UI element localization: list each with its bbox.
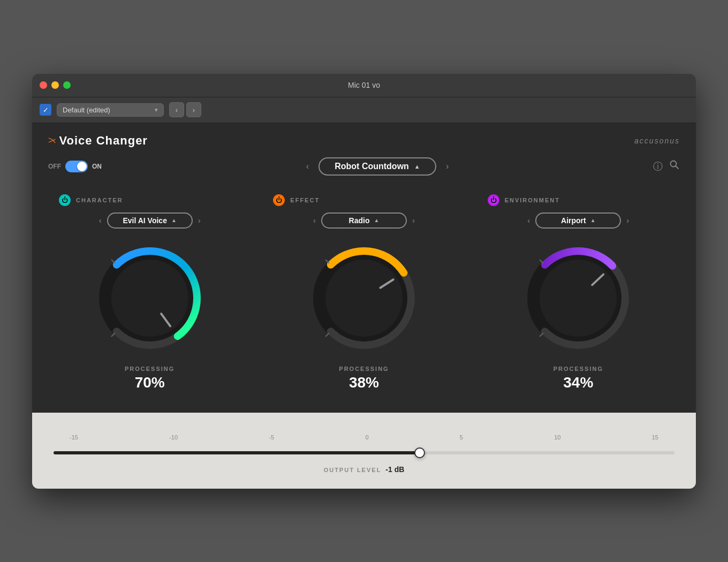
environment-next[interactable]: › [626, 216, 629, 225]
character-processing-label: PROCESSING [125, 366, 175, 372]
preset-row: OFF ON ‹ Robot Countdown ▲ › ⓘ [32, 153, 696, 184]
character-selector-row: ‹ Evil AI Voice ▲ › [99, 212, 201, 229]
next-arrow-button[interactable]: › [186, 102, 201, 117]
character-selector-name: Evil AI Voice [123, 216, 166, 225]
output-level-label: OUTPUT LEVEL [324, 467, 382, 473]
effect-selector-button[interactable]: Radio ▲ [321, 212, 407, 229]
output-level-slider[interactable] [414, 447, 425, 458]
environment-panel: ⏻ ENVIRONMENT ‹ Airport ▲ › PROCESSING 3… [472, 189, 685, 397]
window-title: Mic 01 vo [348, 81, 380, 89]
nav-arrows: ‹ › [169, 102, 201, 117]
effect-power-icon[interactable]: ⏻ [273, 194, 285, 206]
environment-selector-button[interactable]: Airport ▲ [535, 212, 621, 229]
traffic-lights [40, 81, 71, 89]
maximize-button[interactable] [63, 81, 71, 89]
effect-label: EFFECT [290, 197, 320, 203]
character-next[interactable]: › [198, 216, 201, 225]
effect-next[interactable]: › [412, 216, 415, 225]
svg-line-1 [676, 166, 679, 169]
slider-filled-track [54, 451, 420, 454]
preset-next-button[interactable]: › [444, 160, 451, 173]
minimize-button[interactable] [51, 81, 59, 89]
character-header: ⏻ CHARACTER [54, 194, 123, 206]
character-label: CHARACTER [76, 197, 123, 203]
toggle-off-label: OFF [48, 163, 61, 170]
plugin-header: >‹ Voice Changer accusonus [32, 123, 696, 153]
environment-label: ENVIRONMENT [505, 197, 560, 203]
environment-knob[interactable] [519, 239, 637, 357]
effect-prev[interactable]: ‹ [313, 216, 316, 225]
output-label-row: OUTPUT LEVEL -1 dB [54, 465, 674, 474]
environment-prev[interactable]: ‹ [527, 216, 530, 225]
toolbar: ✓ Default (edited) ▾ ‹ › [32, 97, 696, 123]
preset-name: Default (edited) [63, 106, 110, 114]
preset-dropdown[interactable]: Default (edited) ▾ [57, 103, 164, 117]
environment-selector-name: Airport [561, 216, 586, 225]
output-level-value: -1 dB [385, 465, 404, 474]
prev-arrow-button[interactable]: ‹ [169, 102, 184, 117]
preset-icons: ⓘ [653, 160, 680, 173]
main-window: Mic 01 vo ✓ Default (edited) ▾ ‹ › >‹ Vo… [32, 74, 696, 489]
info-icon[interactable]: ⓘ [653, 160, 663, 173]
toggle-knob [77, 162, 87, 171]
character-knob[interactable] [91, 239, 209, 357]
output-section: -15 -10 -5 0 5 10 15 OUTPUT LEVEL -1 dB [32, 413, 696, 489]
power-toggle[interactable] [65, 161, 88, 172]
search-icon[interactable] [669, 160, 680, 173]
dropdown-arrow-icon: ▾ [155, 107, 158, 113]
effect-processing-value: 38% [349, 374, 379, 391]
toggle-container: OFF ON [48, 161, 102, 172]
toggle-on-label: ON [92, 163, 102, 170]
character-dropdown-tri: ▲ [171, 217, 177, 223]
plugin-title: Voice Changer [59, 134, 148, 148]
enable-checkbox[interactable]: ✓ [40, 104, 51, 116]
plugin-title-area: >‹ Voice Changer [48, 134, 148, 148]
effect-dropdown-tri: ▲ [374, 217, 379, 223]
effect-header: ⏻ EFFECT [268, 194, 320, 206]
character-panel: ⏻ CHARACTER ‹ Evil AI Voice ▲ › PROCESSI… [43, 189, 256, 397]
plugin-icon: >‹ [48, 135, 55, 146]
effect-knob[interactable] [305, 239, 423, 357]
character-prev[interactable]: ‹ [99, 216, 102, 225]
character-processing-value: 70% [135, 374, 165, 391]
environment-selector-row: ‹ Airport ▲ › [527, 212, 629, 229]
main-panel: >‹ Voice Changer accusonus OFF ON ‹ Robo… [32, 123, 696, 489]
knobs-section: ⏻ CHARACTER ‹ Evil AI Voice ▲ › PROCESSI… [32, 184, 696, 413]
environment-header: ⏻ ENVIRONMENT [482, 194, 560, 206]
effect-selector-row: ‹ Radio ▲ › [313, 212, 415, 229]
preset-tri-icon: ▲ [414, 163, 420, 170]
preset-center: ‹ Robot Countdown ▲ › [304, 157, 451, 176]
svg-point-0 [671, 161, 677, 167]
output-slider-container [54, 445, 674, 461]
title-bar: Mic 01 vo [32, 74, 696, 97]
effect-processing-label: PROCESSING [339, 366, 389, 372]
character-power-icon[interactable]: ⏻ [59, 194, 71, 206]
preset-name-button[interactable]: Robot Countdown ▲ [318, 157, 436, 176]
environment-dropdown-tri: ▲ [590, 217, 596, 223]
preset-display-name: Robot Countdown [335, 162, 409, 171]
environment-processing-value: 34% [563, 374, 593, 391]
hump-area [54, 423, 674, 435]
close-button[interactable] [40, 81, 47, 89]
environment-processing-label: PROCESSING [553, 366, 603, 372]
brand-logo: accusonus [634, 136, 680, 145]
character-selector-button[interactable]: Evil AI Voice ▲ [107, 212, 193, 229]
environment-power-icon[interactable]: ⏻ [488, 194, 499, 206]
preset-prev-button[interactable]: ‹ [304, 160, 311, 173]
effect-selector-name: Radio [349, 216, 370, 225]
effect-panel: ⏻ EFFECT ‹ Radio ▲ › PROCESSING 38% [257, 189, 471, 397]
